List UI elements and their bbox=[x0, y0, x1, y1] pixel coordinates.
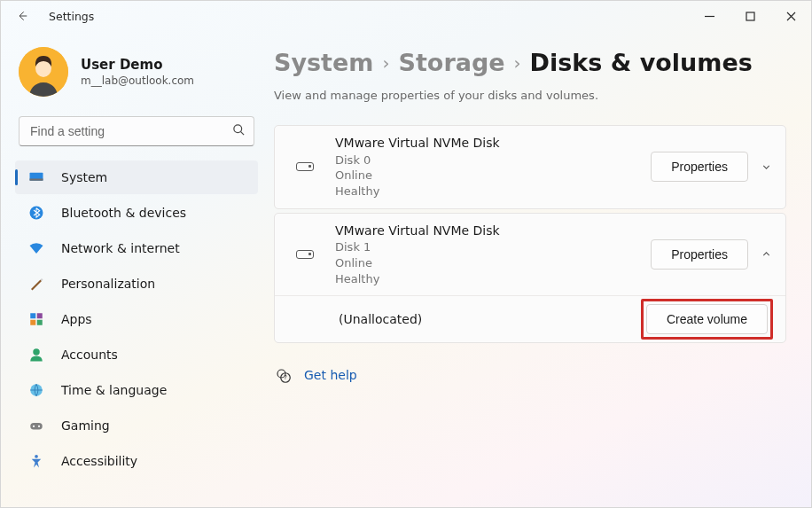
help-icon: ? bbox=[274, 366, 292, 384]
sidebar-item-network[interactable]: Network & internet bbox=[15, 231, 258, 265]
svg-text:?: ? bbox=[284, 374, 287, 381]
volume-label: (Unallocated) bbox=[287, 312, 641, 326]
back-button[interactable] bbox=[8, 2, 36, 30]
content-area: System › Storage › Disks & volumes View … bbox=[267, 31, 811, 507]
breadcrumb-current: Disks & volumes bbox=[530, 49, 753, 76]
sidebar-item-label: Accounts bbox=[61, 348, 118, 362]
search-wrap bbox=[19, 116, 254, 146]
sidebar-item-label: Gaming bbox=[61, 418, 110, 433]
sidebar-item-gaming[interactable]: Gaming bbox=[15, 409, 258, 442]
nav-list: System Bluetooth & devices Network & int… bbox=[15, 160, 258, 480]
sidebar-item-label: Time & language bbox=[61, 383, 167, 397]
disk-row[interactable]: VMware Virtual NVMe Disk Disk 0 Online H… bbox=[275, 126, 785, 208]
disk-card-0: VMware Virtual NVMe Disk Disk 0 Online H… bbox=[274, 125, 786, 209]
time-language-icon bbox=[27, 381, 45, 399]
svg-rect-8 bbox=[37, 313, 43, 318]
sidebar-item-accounts[interactable]: Accounts bbox=[15, 338, 258, 371]
sidebar-item-accessibility[interactable]: Accessibility bbox=[15, 444, 258, 478]
breadcrumb-system[interactable]: System bbox=[274, 49, 373, 76]
disk-text: VMware Virtual NVMe Disk Disk 0 Online H… bbox=[326, 135, 651, 199]
maximize-button[interactable] bbox=[730, 1, 770, 31]
sidebar-item-personalization[interactable]: Personalization bbox=[15, 267, 258, 301]
annotation-highlight: Create volume bbox=[641, 299, 773, 340]
sidebar-item-label: Network & internet bbox=[61, 241, 180, 255]
breadcrumb-storage[interactable]: Storage bbox=[398, 49, 504, 76]
page-description: View and manage properties of your disks… bbox=[274, 89, 786, 102]
svg-rect-7 bbox=[30, 313, 35, 318]
disk-health: Healthy bbox=[335, 271, 651, 287]
drive-icon bbox=[284, 162, 326, 171]
app-title: Settings bbox=[49, 10, 94, 23]
user-meta: User Demo m__lab@outlook.com bbox=[81, 57, 194, 87]
disk-row[interactable]: VMware Virtual NVMe Disk Disk 1 Online H… bbox=[275, 214, 785, 297]
avatar bbox=[19, 47, 68, 97]
svg-point-16 bbox=[35, 455, 38, 458]
sidebar-item-label: Personalization bbox=[61, 277, 155, 291]
sidebar-item-label: Bluetooth & devices bbox=[61, 206, 186, 220]
gaming-icon bbox=[27, 417, 45, 434]
sidebar-item-system[interactable]: System bbox=[15, 160, 258, 194]
disk-title: VMware Virtual NVMe Disk bbox=[335, 135, 651, 152]
sidebar: User Demo m__lab@outlook.com System Bl bbox=[1, 31, 267, 507]
disk-title: VMware Virtual NVMe Disk bbox=[335, 223, 651, 239]
window-controls bbox=[689, 1, 811, 31]
personalization-icon bbox=[27, 275, 45, 293]
sidebar-item-bluetooth[interactable]: Bluetooth & devices bbox=[15, 196, 258, 230]
help-row: ? Get help bbox=[274, 366, 786, 384]
user-email: m__lab@outlook.com bbox=[81, 74, 194, 87]
svg-rect-13 bbox=[30, 423, 43, 430]
user-block[interactable]: User Demo m__lab@outlook.com bbox=[15, 47, 258, 97]
get-help-link[interactable]: Get help bbox=[304, 368, 357, 382]
sidebar-item-time-language[interactable]: Time & language bbox=[15, 373, 258, 407]
accessibility-icon bbox=[27, 452, 45, 470]
disk-health: Healthy bbox=[335, 184, 651, 199]
chevron-up-icon[interactable] bbox=[759, 248, 773, 260]
disk-name: Disk 1 bbox=[335, 239, 651, 255]
disk-name: Disk 0 bbox=[335, 152, 651, 168]
sidebar-item-apps[interactable]: Apps bbox=[15, 302, 258, 336]
main-split: User Demo m__lab@outlook.com System Bl bbox=[1, 31, 811, 507]
properties-button[interactable]: Properties bbox=[651, 239, 748, 270]
sidebar-item-label: Apps bbox=[61, 312, 92, 326]
svg-rect-0 bbox=[746, 12, 754, 20]
system-icon bbox=[27, 168, 45, 186]
minimize-button[interactable] bbox=[689, 1, 730, 31]
drive-icon bbox=[284, 250, 326, 259]
create-volume-button[interactable]: Create volume bbox=[646, 304, 768, 334]
title-bar: Settings bbox=[1, 1, 811, 31]
chevron-down-icon[interactable] bbox=[759, 161, 773, 173]
sidebar-item-label: System bbox=[61, 170, 107, 184]
network-icon bbox=[27, 239, 45, 257]
chevron-right-icon: › bbox=[382, 52, 389, 74]
sidebar-item-label: Accessibility bbox=[61, 454, 137, 468]
svg-rect-10 bbox=[37, 320, 43, 325]
bluetooth-icon bbox=[27, 204, 45, 222]
disk-state: Online bbox=[335, 168, 651, 184]
volume-row: (Unallocated) Create volume bbox=[275, 296, 785, 342]
search-input[interactable] bbox=[19, 116, 254, 146]
svg-point-14 bbox=[33, 426, 35, 427]
disk-text: VMware Virtual NVMe Disk Disk 1 Online H… bbox=[326, 223, 651, 287]
breadcrumb: System › Storage › Disks & volumes bbox=[274, 49, 786, 76]
svg-point-15 bbox=[38, 426, 40, 427]
chevron-right-icon: › bbox=[514, 52, 521, 74]
accounts-icon bbox=[27, 346, 45, 363]
svg-rect-9 bbox=[30, 320, 35, 325]
svg-point-11 bbox=[33, 348, 40, 356]
user-name: User Demo bbox=[81, 57, 194, 73]
disk-state: Online bbox=[335, 255, 651, 271]
apps-icon bbox=[27, 310, 45, 328]
close-button[interactable] bbox=[770, 1, 811, 31]
svg-rect-5 bbox=[30, 179, 43, 181]
disk-card-1: VMware Virtual NVMe Disk Disk 1 Online H… bbox=[274, 213, 786, 344]
properties-button[interactable]: Properties bbox=[651, 152, 748, 182]
